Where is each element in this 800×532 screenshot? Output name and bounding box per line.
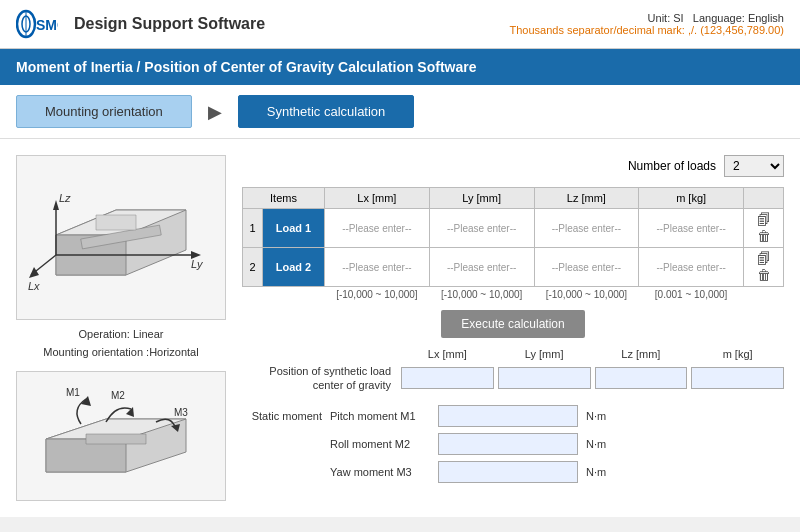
load-name-1: Load 1 [263, 209, 325, 248]
step1-button[interactable]: Mounting orientation [16, 95, 192, 128]
svg-marker-8 [96, 215, 136, 230]
header-info: Unit: SI Language: English Thousands sep… [509, 12, 784, 36]
loads-table: Items Lx [mm] Ly [mm] Lz [mm] m [kg] 1 L… [242, 187, 784, 302]
col-lx: Lx [mm] [325, 188, 430, 209]
svg-text:M3: M3 [174, 407, 188, 418]
row-num-1: 1 [243, 209, 263, 248]
yaw-input[interactable] [438, 461, 578, 483]
number-loads-select[interactable]: 1 2 3 4 5 [724, 155, 784, 177]
svg-text:Ly: Ly [191, 258, 204, 270]
moments-section: Static moment Pitch moment M1 N·m Roll m… [242, 405, 784, 483]
pitch-unit: N·m [586, 410, 606, 422]
result-m-header: m [kg] [691, 348, 784, 360]
table-row: 1 Load 1 🗐 🗑 [243, 209, 784, 248]
smc-logo: SMC [16, 8, 58, 40]
lx-cell-2[interactable] [325, 248, 430, 287]
smc-logo-svg: SMC [16, 8, 58, 40]
number-loads-label: Number of loads [628, 159, 716, 173]
result-lz-input[interactable] [595, 367, 688, 389]
roll-input[interactable] [438, 433, 578, 455]
static-moment-label: Static moment [242, 410, 322, 422]
lz-input-2[interactable] [541, 262, 631, 273]
operation-line1: Operation: Linear [16, 326, 226, 344]
separator-info: Thousands separator/decimal mark: ,/. (1… [509, 24, 784, 36]
lz-cell-1[interactable] [534, 209, 639, 248]
result-ly-input[interactable] [498, 367, 591, 389]
pitch-label: Pitch moment M1 [330, 410, 430, 422]
svg-text:M1: M1 [66, 387, 80, 398]
svg-text:Lz: Lz [59, 192, 71, 204]
left-panel: Lz Lx Ly Operation: Linear Mounting orie… [16, 155, 226, 501]
lx-input-1[interactable] [332, 223, 422, 234]
arrow-icon: ▶ [208, 101, 222, 123]
yaw-row: Yaw moment M3 N·m [242, 461, 784, 483]
action-cell-2: 🗐 🗑 [744, 248, 784, 287]
range-row: [-10,000 ~ 10,000] [-10,000 ~ 10,000] [-… [243, 287, 784, 303]
lz-input-1[interactable] [541, 223, 631, 234]
table-row: 2 Load 2 🗐 🗑 [243, 248, 784, 287]
svg-marker-13 [29, 267, 39, 278]
app-title: Design Support Software [74, 15, 265, 33]
range-m: [0.001 ~ 10,000] [639, 287, 744, 303]
delete-btn-1[interactable]: 🗑 [756, 228, 772, 244]
range-lx: [-10,000 ~ 10,000] [325, 287, 430, 303]
logo-area: SMC Design Support Software [16, 8, 265, 40]
action-cell-1: 🗐 🗑 [744, 209, 784, 248]
result-lx-input[interactable] [401, 367, 494, 389]
copy-btn-2[interactable]: 🗐 [756, 251, 772, 267]
main-content: Lz Lx Ly Operation: Linear Mounting orie… [0, 139, 800, 517]
col-lz: Lz [mm] [534, 188, 639, 209]
m-input-1[interactable] [646, 223, 736, 234]
pitch-row: Static moment Pitch moment M1 N·m [242, 405, 784, 427]
axis-diagram-svg: Lz Lx Ly [26, 160, 216, 315]
yaw-label: Yaw moment M3 [330, 466, 430, 478]
loads-row: Number of loads 1 2 3 4 5 [242, 155, 784, 177]
header: SMC Design Support Software Unit: SI Lan… [0, 0, 800, 49]
svg-marker-21 [86, 434, 146, 444]
delete-btn-2[interactable]: 🗑 [756, 267, 772, 283]
gravity-label: Position of synthetic load center of gra… [242, 364, 397, 393]
col-m: m [kg] [639, 188, 744, 209]
roll-label: Roll moment M2 [330, 438, 430, 450]
row-num-2: 2 [243, 248, 263, 287]
execute-button[interactable]: Execute calculation [441, 310, 584, 338]
result-ly-header: Ly [mm] [498, 348, 591, 360]
col-items: Items [243, 188, 325, 209]
ly-input-1[interactable] [437, 223, 527, 234]
ly-input-2[interactable] [437, 262, 527, 273]
svg-text:SMC: SMC [36, 17, 58, 33]
operation-line2: Mounting orientation :Horizontal [16, 344, 226, 362]
copy-btn-1[interactable]: 🗐 [756, 212, 772, 228]
svg-text:Lx: Lx [28, 280, 40, 292]
lx-cell-1[interactable] [325, 209, 430, 248]
content-layout: Lz Lx Ly Operation: Linear Mounting orie… [16, 155, 784, 501]
moments-diagram-svg: M1 M2 M3 [26, 374, 216, 499]
svg-text:M2: M2 [111, 390, 125, 401]
lx-input-2[interactable] [332, 262, 422, 273]
results-section: Lx [mm] Ly [mm] Lz [mm] m [kg] Position … [242, 348, 784, 393]
result-m-input[interactable] [691, 367, 784, 389]
result-lz-header: Lz [mm] [595, 348, 688, 360]
range-lz: [-10,000 ~ 10,000] [534, 287, 639, 303]
diagram-box-1: Lz Lx Ly [16, 155, 226, 320]
col-ly: Ly [mm] [429, 188, 534, 209]
m-input-2[interactable] [646, 262, 736, 273]
m-cell-1[interactable] [639, 209, 744, 248]
results-headers: Lx [mm] Ly [mm] Lz [mm] m [kg] [242, 348, 784, 360]
unit-language: Unit: SI Language: English [509, 12, 784, 24]
m-cell-2[interactable] [639, 248, 744, 287]
ly-cell-1[interactable] [429, 209, 534, 248]
title-bar: Moment of Inertia / Position of Center o… [0, 49, 800, 85]
roll-unit: N·m [586, 438, 606, 450]
operation-text: Operation: Linear Mounting orientation :… [16, 326, 226, 361]
yaw-unit: N·m [586, 466, 606, 478]
step2-button[interactable]: Synthetic calculation [238, 95, 415, 128]
diagram-box-2: M1 M2 M3 [16, 371, 226, 501]
load-name-2: Load 2 [263, 248, 325, 287]
pitch-input[interactable] [438, 405, 578, 427]
result-lx-header: Lx [mm] [401, 348, 494, 360]
ly-cell-2[interactable] [429, 248, 534, 287]
title-text: Moment of Inertia / Position of Center o… [16, 59, 477, 75]
gravity-row: Position of synthetic load center of gra… [242, 364, 784, 393]
lz-cell-2[interactable] [534, 248, 639, 287]
